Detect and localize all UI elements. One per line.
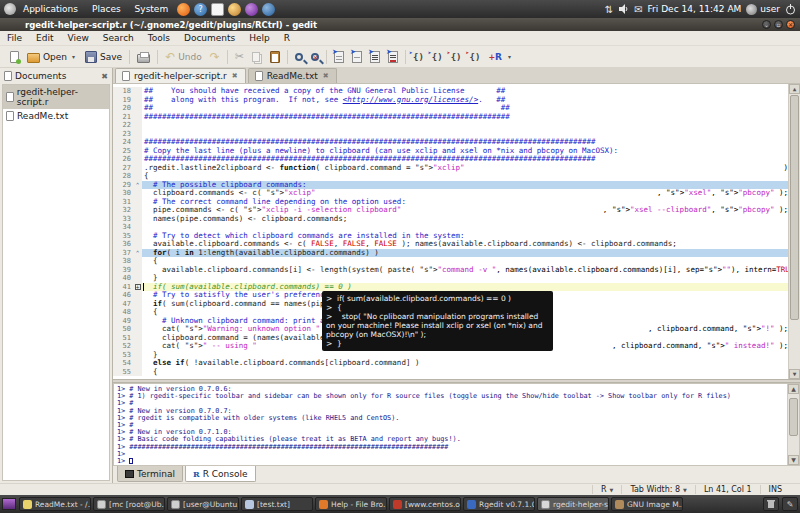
bottom-tab-terminal[interactable]: Terminal [117,466,183,482]
run-to-cursor-button[interactable] [384,49,402,65]
open-button[interactable]: Open▾ [23,49,81,65]
code-line[interactable]: 55 { [113,368,788,377]
copy-button[interactable] [248,50,266,64]
taskbar-item[interactable]: GNU Image M... [611,497,683,511]
console-scroll-up-icon[interactable]: ▲ [788,384,799,394]
menu-view[interactable]: View [61,33,96,43]
window-list-applet-icon[interactable] [2,498,16,510]
text-editor-icon[interactable] [211,3,224,16]
code-line[interactable]: 54 else if( !available.clipboard.command… [113,359,788,368]
network-updown-icon[interactable]: ⇅ [605,4,613,15]
save-button[interactable]: Save [81,49,126,65]
console-scrollbar[interactable]: ▲ ▼ [787,384,799,465]
firefox-icon[interactable] [177,3,190,16]
editor-tab[interactable]: ReadMe.txt✖ [248,68,337,83]
graphics-icon[interactable] [262,3,275,16]
power-icon[interactable] [785,4,796,15]
editor-scrollbar-thumb[interactable] [790,95,799,320]
code-line[interactable]: 33 names(pipe.commands) <- clipboard.com… [113,215,788,224]
block-run-3-button[interactable]: {) [447,50,466,64]
open-folder-icon [27,53,40,63]
run-line-button[interactable] [330,49,348,65]
language-combo[interactable]: R▼ [592,485,621,494]
menu-search[interactable]: Search [96,33,141,43]
r-console-panel[interactable]: 1> # New in version 0.7.0.6:1> # 1) rged… [113,383,800,466]
fold-open-icon[interactable]: ⌃ [133,181,142,190]
menu-help[interactable]: Help [242,33,277,43]
code-line[interactable]: 27.rgedit.lastline2clipboard <- function… [113,164,788,173]
trash-icon[interactable] [763,497,779,511]
toolbar-overflow-icon[interactable]: ▾ [506,53,513,60]
block-run-1-button[interactable]: {) [409,50,428,64]
run-selection-button[interactable] [348,49,366,65]
paste-button[interactable] [266,49,284,65]
block-run-3-icon: {) [451,52,462,62]
taskbar-item[interactable]: Help - File Bro... [315,497,387,511]
chat-icon[interactable] [228,3,241,16]
window-titlebar[interactable]: rgedit-helper-script.r (~/.gnome2/gedit/… [0,18,800,31]
menu-documents[interactable]: Documents [177,33,242,43]
menu-file[interactable]: File [0,33,29,43]
distro-logo-icon[interactable] [4,3,16,15]
line-number: 26 [113,155,133,164]
help-icon[interactable]: ? [194,3,207,16]
taskbar-item[interactable]: rgedit-helper-s... [537,497,609,511]
print-button[interactable] [133,49,154,65]
taskbar-item[interactable]: ReadMe.txt - /... [19,497,91,511]
code-line[interactable]: 21######################################… [113,113,788,122]
tab-width-combo[interactable]: Tab Width: 8▼ [621,485,695,494]
volume-icon[interactable] [618,4,629,14]
cut-button[interactable]: ✂ [231,49,248,65]
minimize-button[interactable]: ⌄ [762,20,771,29]
console-scrollbar-thumb[interactable] [789,398,798,436]
close-button[interactable]: ✕ [786,20,795,29]
replace-button[interactable] [307,50,323,63]
media-icon[interactable] [245,3,258,16]
mail-icon[interactable]: ✉ [634,4,642,15]
editor-tab[interactable]: rgedit-helper-script.r✖ [115,68,246,83]
menu-r[interactable]: R [277,33,297,43]
menu-edit[interactable]: Edit [29,33,60,43]
document-list-item[interactable]: rgedit-helper-script.r [3,85,109,109]
scroll-down-icon[interactable]: ▼ [789,369,800,379]
tab-close-icon[interactable]: ✖ [231,71,239,81]
scroll-up-icon[interactable]: ▲ [789,84,800,94]
menu-places[interactable]: Places [85,0,128,18]
editor-scrollbar[interactable]: ▲ ▼ [788,84,800,379]
code-editor[interactable]: 18## You should have received a copy of … [113,84,800,379]
console-scroll-down-icon[interactable]: ▼ [788,455,799,465]
new-r-console-button[interactable]: R [484,50,506,64]
menu-tools[interactable]: Tools [141,33,177,43]
open-dropdown[interactable]: ▾ [70,53,77,60]
console-line: 1> [117,458,785,465]
fold-closed-icon[interactable]: + [133,283,142,292]
search-button[interactable] [291,50,307,63]
line-number: 36 [113,240,133,249]
line-number: 54 [113,359,133,368]
clock[interactable]: Fri Dec 14, 11:42 AM [648,4,742,14]
menu-applications[interactable]: Applications [16,0,85,18]
block-run-4-button[interactable]: {) [466,50,485,64]
code-line[interactable]: 37⌃ for( i in 1:length(available.clipboa… [113,249,788,258]
fold-open-icon[interactable]: ⌃ [133,249,142,258]
undo-button[interactable]: ↶Undo [161,49,206,65]
taskbar-item[interactable]: [test.txt] [241,497,313,511]
user-menu[interactable]: user [746,4,780,15]
taskbar-item[interactable]: [www.centos.o... [389,497,461,511]
taskbar-item[interactable]: [mc [root@Ub... [93,497,165,511]
new-file-button[interactable] [6,49,23,65]
bottom-tab-r-console[interactable]: RR Console [185,466,256,482]
code-line[interactable]: 39 available.clipboard.commands[i] <- le… [113,266,788,275]
notes-icon[interactable]: ✎ [782,497,798,511]
document-list-item[interactable]: ReadMe.txt [3,109,109,123]
maximize-button[interactable]: ▫ [774,20,783,29]
redo-button[interactable]: ↷ [206,49,224,65]
run-all-button[interactable] [366,49,384,65]
taskbar-item[interactable]: Rgedit v0.7.1.0... [463,497,535,511]
block-run-2-button[interactable]: {) [428,50,447,64]
tab-close-icon[interactable]: ✖ [322,71,330,81]
menu-system[interactable]: System [128,0,176,18]
code-line[interactable]: 22 [113,121,788,130]
side-panel-close-icon[interactable]: ✖ [101,72,108,81]
taskbar-item[interactable]: [user@Ubuntu... [167,497,239,511]
